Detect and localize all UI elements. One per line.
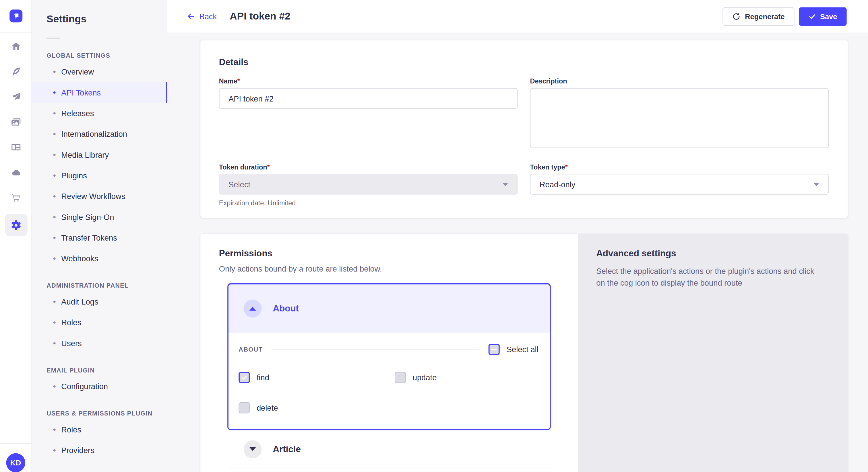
sidebar-item-label: Webhooks	[61, 254, 98, 263]
article-accordion-header[interactable]: Article	[227, 430, 551, 468]
bullet-icon	[53, 195, 56, 197]
group-divider	[272, 349, 479, 350]
name-input[interactable]	[219, 88, 518, 109]
bullet-icon	[53, 428, 56, 430]
chevron-up-icon	[249, 307, 256, 310]
sidebar-item-admin-roles[interactable]: Roles	[32, 312, 166, 333]
sidebar-item-label: Single Sign-On	[61, 212, 114, 221]
required-asterisk: *	[267, 163, 270, 171]
sidebar-item-plugins[interactable]: Plugins	[32, 165, 166, 186]
about-accordion-title: About	[273, 303, 299, 313]
sidebar-item-review-workflows[interactable]: Review Workflows	[32, 186, 166, 206]
sidebar-item-label: Roles	[61, 318, 81, 327]
update-checkbox[interactable]	[395, 372, 406, 383]
delete-checkbox[interactable]	[239, 402, 250, 413]
bullet-icon	[53, 257, 56, 260]
check-icon	[241, 374, 247, 381]
token-type-select[interactable]: Read-only	[530, 174, 829, 194]
settings-gear-icon[interactable]	[5, 214, 27, 236]
chevron-down-icon	[249, 447, 256, 451]
content-type-builder-icon[interactable]	[7, 138, 25, 156]
sidebar-item-webhooks[interactable]: Webhooks	[32, 248, 166, 269]
chevron-down-icon	[813, 183, 819, 186]
about-accordion: About ABOUT Select all	[227, 283, 551, 430]
sidebar-item-label: Releases	[61, 108, 94, 117]
sidebar-item-label: Audit Logs	[61, 297, 98, 306]
sidebar-item-overview[interactable]: Overview	[32, 61, 166, 82]
check-icon	[808, 12, 815, 20]
description-textarea[interactable]	[530, 88, 829, 148]
sidebar-item-up-roles[interactable]: Roles	[32, 419, 166, 440]
about-accordion-body: ABOUT Select all find	[228, 333, 550, 429]
delete-label: delete	[257, 403, 278, 412]
required-asterisk: *	[565, 163, 568, 171]
strapi-logo[interactable]	[9, 9, 22, 22]
sidebar-item-providers[interactable]: Providers	[32, 440, 166, 461]
sidebar-item-label: Roles	[61, 425, 81, 434]
article-accordion-title: Article	[273, 444, 301, 454]
bullet-icon	[53, 174, 56, 176]
marketplace-cart-icon[interactable]	[7, 189, 25, 206]
regenerate-button[interactable]: Regenerate	[722, 7, 794, 26]
media-library-icon[interactable]	[7, 113, 25, 131]
update-label: update	[413, 373, 437, 382]
paper-plane-icon[interactable]	[7, 88, 25, 105]
find-checkbox[interactable]	[239, 372, 250, 383]
section-users-permissions-plugin: USERS & PERMISSIONS PLUGIN	[46, 410, 167, 417]
section-email-plugin: EMAIL PLUGIN	[46, 367, 167, 373]
token-type-value: Read-only	[539, 180, 576, 189]
sidebar-item-single-sign-on[interactable]: Single Sign-On	[32, 206, 166, 227]
main-content: Back API token #2 Regenerate Save Detail…	[167, 0, 868, 472]
sidebar-item-label: Internationalization	[61, 129, 127, 138]
permissions-panel: Permissions Only actions bound by a rout…	[200, 234, 578, 472]
page-header: Back API token #2 Regenerate Save	[167, 0, 868, 32]
select-all-checkbox[interactable]	[489, 344, 500, 355]
home-icon[interactable]	[7, 37, 25, 55]
permissions-card: Permissions Only actions bound by a rout…	[200, 234, 848, 472]
sidebar-item-api-tokens[interactable]: API Tokens	[32, 82, 166, 103]
user-avatar[interactable]: KD	[6, 453, 26, 472]
collapse-toggle-button[interactable]	[244, 300, 262, 318]
description-label: Description	[530, 77, 829, 85]
sidebar-item-users[interactable]: Users	[32, 333, 166, 353]
sidebar-item-audit-logs[interactable]: Audit Logs	[32, 291, 166, 312]
sidebar-item-media-library[interactable]: Media Library	[32, 144, 166, 165]
advanced-settings-body: Select the application's actions or the …	[596, 265, 823, 289]
token-duration-select[interactable]: Select	[219, 174, 518, 194]
content-feather-icon[interactable]	[7, 62, 25, 80]
select-all-label: Select all	[507, 345, 538, 354]
token-type-field-group: Token type* Read-only	[530, 163, 829, 207]
sidebar-item-internationalization[interactable]: Internationalization	[32, 123, 166, 144]
sidebar-item-label: Configuration	[61, 382, 108, 391]
expand-toggle-button[interactable]	[244, 440, 262, 458]
back-button[interactable]: Back	[186, 12, 217, 21]
bullet-icon	[53, 70, 56, 72]
cloud-icon[interactable]	[7, 163, 25, 181]
permissions-heading: Permissions	[219, 248, 578, 259]
back-label: Back	[199, 12, 217, 21]
permission-delete: delete	[239, 402, 395, 413]
bullet-icon	[53, 449, 56, 451]
advanced-settings-panel: Advanced settings Select the application…	[578, 234, 848, 472]
token-duration-field-group: Token duration* Select Expiration date: …	[219, 163, 518, 207]
save-button[interactable]: Save	[799, 7, 847, 26]
permission-update: update	[395, 372, 551, 383]
rail-divider-top	[0, 32, 32, 32]
advanced-settings-heading: Advanced settings	[596, 248, 828, 259]
bullet-icon	[53, 385, 56, 387]
find-label: find	[257, 373, 269, 382]
sidebar-item-releases[interactable]: Releases	[32, 103, 166, 123]
bullet-icon	[53, 236, 56, 239]
bullet-icon	[53, 321, 56, 324]
regenerate-label: Regenerate	[745, 12, 785, 20]
sidebar-item-label: Transfer Tokens	[61, 233, 117, 242]
token-duration-value: Select	[228, 180, 250, 189]
arrow-left-icon	[186, 12, 195, 21]
sidebar-item-configuration[interactable]: Configuration	[32, 376, 166, 397]
app-root: KD Settings GLOBAL SETTINGS Overview API…	[0, 0, 868, 472]
sidebar-item-transfer-tokens[interactable]: Transfer Tokens	[32, 227, 166, 248]
regenerate-icon	[732, 12, 740, 20]
bullet-icon	[53, 216, 56, 218]
about-accordion-header[interactable]: About	[228, 284, 550, 333]
indeterminate-dash-icon	[491, 349, 497, 350]
